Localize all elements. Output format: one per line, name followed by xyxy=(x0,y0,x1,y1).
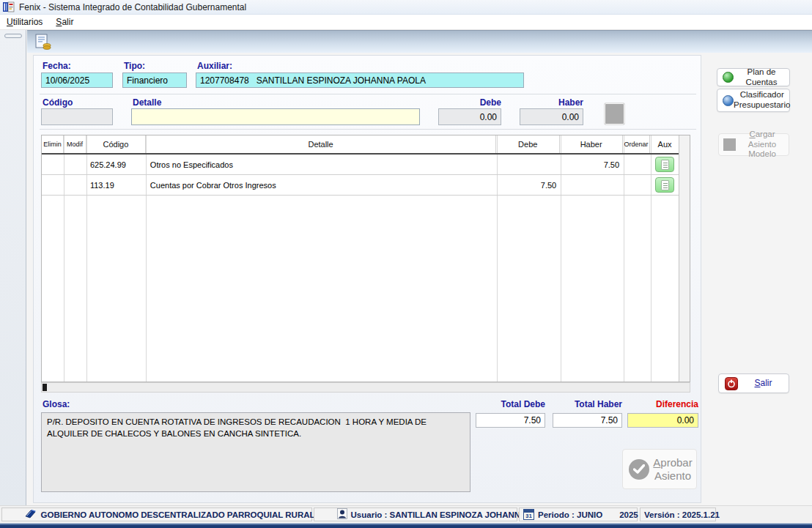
version-label: Versión : 2025.1.21 xyxy=(644,510,720,519)
table-horizontal-scrollbar[interactable] xyxy=(41,382,690,393)
header-codigo[interactable]: Código xyxy=(86,135,146,153)
fecha-label: Fecha: xyxy=(43,61,71,71)
window-title: Fenix - Sistema Integrado de Contabilida… xyxy=(19,2,246,12)
header-elimin[interactable]: Elimin xyxy=(42,135,64,153)
table-row[interactable]: 113.19 Cuentas por Cobrar Otros Ingresos… xyxy=(42,175,679,196)
header-haber[interactable]: Haber xyxy=(560,135,623,153)
entity-pane: GOBIERNO AUTONOMO DESCENTRALIZADO PARROQ… xyxy=(1,507,312,521)
cell-modif[interactable] xyxy=(64,155,86,174)
header-debe[interactable]: Debe xyxy=(496,135,560,153)
period-year: 2025 xyxy=(619,510,638,519)
check-icon xyxy=(629,459,649,480)
cargar-asiento-modelo-label: Cargar Asiento Modelo xyxy=(736,130,789,160)
taskbar-strip[interactable] xyxy=(0,523,812,528)
aprobar-asiento-label: Aprobar Asiento xyxy=(649,456,696,483)
cell-ordenar[interactable] xyxy=(623,155,650,174)
cell-detalle: Cuentas por Cobrar Otros Ingresos xyxy=(146,175,496,195)
scrollbar-thumb[interactable] xyxy=(43,384,47,391)
separator-line xyxy=(40,94,696,94)
cell-codigo: 113.19 xyxy=(86,175,146,195)
asiento-panel: Fecha: 10/06/2025 Tipo: Financiero Auxil… xyxy=(33,55,701,503)
version-pane: Versión : 2025.1.21 xyxy=(640,507,716,521)
table-header-row: Elimin Modif Código Detalle Debe Haber O… xyxy=(42,135,679,155)
voucher-document-icon[interactable] xyxy=(34,34,53,51)
calendar-icon: 31 xyxy=(523,509,534,520)
total-haber-field: 7.50 xyxy=(553,413,622,428)
cell-detalle: Otros no Especificados xyxy=(146,155,496,174)
tipo-input[interactable]: Financiero xyxy=(122,72,187,88)
codigo-label: Código xyxy=(43,97,73,108)
menu-bar: Utilitarios Salir xyxy=(0,15,812,30)
blue-sphere-icon xyxy=(723,95,734,106)
header-detalle[interactable]: Detalle xyxy=(146,135,496,153)
debe-display: 0.00 xyxy=(438,108,501,125)
clasificador-label: Clasificador Presupuestario xyxy=(734,90,790,111)
aux-detail-button[interactable] xyxy=(655,177,674,193)
detalle-input[interactable] xyxy=(131,108,420,125)
status-bar: GOBIERNO AUTONOMO DESCENTRALIZADO PARROQ… xyxy=(0,505,812,523)
content-area: Fecha: 10/06/2025 Tipo: Financiero Auxil… xyxy=(0,30,812,505)
cell-codigo: 625.24.99 xyxy=(86,155,146,174)
cell-debe xyxy=(496,155,560,174)
salir-button-label: Salir xyxy=(738,378,789,388)
aprobar-asiento-button[interactable]: Aprobar Asiento xyxy=(622,449,697,489)
glosa-textarea[interactable]: P/R. DEPOSITO EN CUENTA ROTATIVA DE INGR… xyxy=(41,412,470,492)
auxiliar-label: Auxiliar: xyxy=(197,61,232,71)
cargar-asiento-modelo-button[interactable]: Cargar Asiento Modelo xyxy=(718,133,789,156)
period-label: Periodo : JUNIO xyxy=(538,510,602,519)
user-pane: Usuario : SANTILLAN ESPINOZA JOHANNA PAO… xyxy=(314,507,517,521)
plan-de-cuentas-label: Plan de Cuentas xyxy=(734,67,789,88)
total-haber-label: Total Haber xyxy=(553,399,622,409)
auxiliar-input[interactable]: 1207708478 SANTILLAN ESPINOZA JOHANNA PA… xyxy=(196,72,524,88)
document-lines-icon xyxy=(661,180,669,190)
left-dock-panel xyxy=(0,30,26,505)
salir-button[interactable]: Salir xyxy=(718,373,789,393)
cell-debe: 7.50 xyxy=(496,175,560,195)
header-aux[interactable]: Aux xyxy=(650,135,679,153)
gray-square-icon xyxy=(723,138,736,151)
separator-line xyxy=(40,129,696,130)
cell-aux xyxy=(650,175,679,195)
cell-haber: 7.50 xyxy=(560,155,623,174)
power-icon xyxy=(725,377,738,390)
glosa-label: Glosa: xyxy=(43,399,70,409)
cell-ordenar[interactable] xyxy=(623,175,650,195)
dock-grip-handle[interactable] xyxy=(4,34,22,38)
document-lines-icon xyxy=(661,160,669,170)
codigo-input xyxy=(41,108,113,125)
menu-item-utilitarios[interactable]: Utilitarios xyxy=(0,15,49,29)
entity-name: GOBIERNO AUTONOMO DESCENTRALIZADO PARROQ… xyxy=(41,510,361,519)
header-modif[interactable]: Modif xyxy=(64,135,86,153)
diferencia-field: 0.00 xyxy=(627,413,698,428)
table-row[interactable]: 625.24.99 Otros no Especificados 7.50 xyxy=(42,155,679,175)
cell-haber xyxy=(560,175,623,195)
aux-detail-button[interactable] xyxy=(655,157,674,172)
total-debe-field: 7.50 xyxy=(476,413,545,428)
cell-elimin[interactable] xyxy=(42,175,64,195)
debe-label: Debe xyxy=(399,97,501,108)
detalle-label: Detalle xyxy=(133,97,161,108)
toolbar xyxy=(27,30,812,53)
header-ordenar[interactable]: Ordenar xyxy=(623,135,650,153)
clasificador-presupuestario-button[interactable]: Clasificador Presupuestario xyxy=(717,89,790,112)
total-debe-label: Total Debe xyxy=(476,399,545,409)
green-sphere-icon xyxy=(723,72,734,83)
fecha-input[interactable]: 10/06/2025 xyxy=(41,72,113,88)
period-pane: 31 Periodo : JUNIO 2025 xyxy=(519,507,638,521)
plan-de-cuentas-button[interactable]: Plan de Cuentas xyxy=(717,68,790,86)
haber-display: 0.00 xyxy=(520,108,583,125)
cell-aux xyxy=(650,155,679,174)
entries-table: Elimin Modif Código Detalle Debe Haber O… xyxy=(41,135,690,382)
diferencia-label: Diferencia xyxy=(627,399,698,409)
haber-label: Haber xyxy=(520,97,583,108)
application-window: Fenix - Sistema Integrado de Contabilida… xyxy=(0,0,812,528)
app-icon xyxy=(3,1,15,12)
cell-elimin[interactable] xyxy=(42,155,64,174)
tipo-label: Tipo: xyxy=(124,61,145,71)
title-bar: Fenix - Sistema Integrado de Contabilida… xyxy=(0,0,812,15)
menu-item-salir[interactable]: Salir xyxy=(49,15,80,29)
add-entry-button[interactable] xyxy=(604,103,625,125)
cell-modif[interactable] xyxy=(64,175,86,195)
table-vertical-scrollbar[interactable] xyxy=(679,135,690,382)
